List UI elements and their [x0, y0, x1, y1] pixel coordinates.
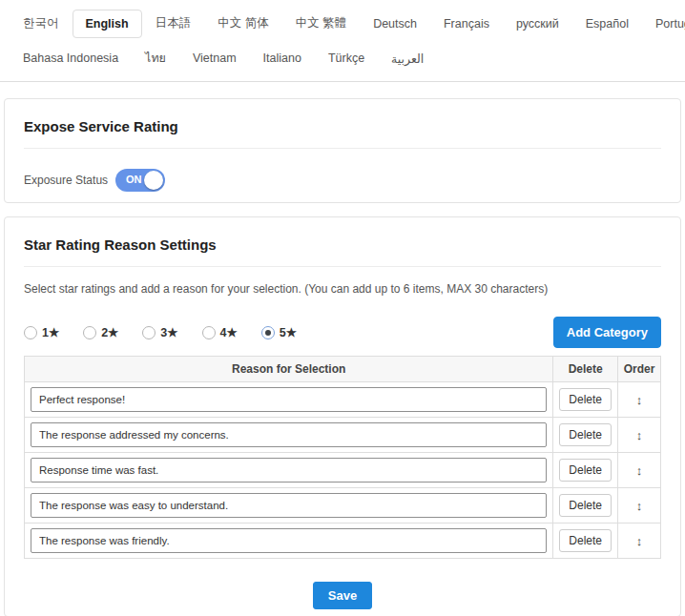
reorder-handle-icon[interactable]: ↕: [636, 499, 643, 513]
star-rating-option-3[interactable]: 3★: [142, 325, 177, 339]
delete-button-3[interactable]: Delete: [559, 459, 612, 482]
save-button[interactable]: Save: [313, 582, 372, 609]
exposure-status-label: Exposure Status: [24, 174, 108, 187]
expose-service-rating-card: Expose Service Rating Exposure Status ON: [4, 98, 681, 203]
tab-thai[interactable]: ไทย: [132, 41, 179, 75]
tab-german[interactable]: Deutsch: [360, 10, 430, 38]
radio-icon: [142, 326, 156, 339]
reason-input-2[interactable]: [31, 422, 547, 447]
toggle-knob: [144, 171, 163, 190]
language-tabbar: 한국어 English 日本語 中文 简体 中文 繁體 Deutsch Fran…: [0, 0, 685, 82]
reason-input-1[interactable]: [31, 387, 547, 412]
star-rating-option-5[interactable]: 5★: [261, 325, 297, 339]
radio-label: 5★: [280, 325, 297, 339]
radio-icon: [83, 326, 96, 339]
header-reason: Reason for Selection: [25, 357, 553, 382]
reorder-handle-icon[interactable]: ↕: [636, 393, 643, 407]
tab-indonesian[interactable]: Bahasa Indonesia: [10, 44, 132, 72]
reason-input-3[interactable]: [31, 458, 547, 483]
radio-icon: [202, 326, 216, 339]
star-rating-radio-group: 1★ 2★ 3★ 4★ 5★: [24, 325, 297, 339]
exposure-status-row: Exposure Status ON: [24, 169, 661, 192]
add-category-button[interactable]: Add Category: [553, 317, 661, 348]
radio-icon: [24, 326, 37, 339]
radio-icon-selected: [261, 326, 275, 339]
reorder-handle-icon[interactable]: ↕: [636, 428, 643, 442]
tab-chinese-traditional[interactable]: 中文 繁體: [282, 8, 360, 39]
reason-input-5[interactable]: [31, 528, 547, 553]
tab-japanese[interactable]: 日本語: [142, 8, 205, 39]
tab-korean[interactable]: 한국어: [10, 8, 73, 39]
star-rating-option-4[interactable]: 4★: [202, 325, 238, 339]
tab-english[interactable]: English: [73, 10, 142, 38]
tab-portuguese[interactable]: Português: [642, 10, 685, 38]
tab-russian[interactable]: русский: [503, 10, 572, 38]
delete-button-1[interactable]: Delete: [559, 388, 612, 411]
radio-label: 2★: [101, 325, 118, 339]
tab-vietnamese[interactable]: Vietnam: [179, 44, 250, 72]
reason-section-description: Select star ratings and add a reason for…: [24, 282, 661, 296]
radio-label: 1★: [42, 325, 59, 339]
toggle-on-label: ON: [126, 175, 142, 185]
expose-section-title: Expose Service Rating: [24, 114, 661, 149]
tab-arabic[interactable]: العربية: [378, 44, 437, 73]
radio-label: 4★: [220, 325, 238, 339]
tab-french[interactable]: Français: [430, 10, 503, 38]
reason-input-4[interactable]: [31, 493, 547, 518]
tab-italian[interactable]: Italiano: [250, 44, 315, 72]
header-order: Order: [618, 357, 661, 382]
table-row: Delete ↕: [25, 418, 661, 453]
star-rating-option-1[interactable]: 1★: [24, 325, 59, 339]
reason-table: Reason for Selection Delete Order Delete…: [24, 356, 661, 559]
reorder-handle-icon[interactable]: ↕: [636, 534, 643, 548]
delete-button-4[interactable]: Delete: [559, 494, 612, 517]
star-rating-reason-card: Star Rating Reason Settings Select star …: [4, 216, 681, 616]
tab-spanish[interactable]: Español: [572, 10, 642, 38]
table-row: Delete ↕: [25, 382, 661, 418]
table-row: Delete ↕: [25, 524, 661, 559]
star-rating-option-2[interactable]: 2★: [83, 325, 118, 339]
language-tabrow-1: 한국어 English 日本語 中文 简体 中文 繁體 Deutsch Fran…: [10, 8, 675, 39]
table-header-row: Reason for Selection Delete Order: [25, 357, 661, 382]
table-row: Delete ↕: [25, 453, 661, 488]
delete-button-2[interactable]: Delete: [559, 423, 612, 446]
tab-chinese-simplified[interactable]: 中文 简体: [204, 8, 281, 39]
language-tabrow-2: Bahasa Indonesia ไทย Vietnam Italiano Tü…: [10, 41, 675, 75]
radio-label: 3★: [160, 325, 177, 339]
rating-controls-row: 1★ 2★ 3★ 4★ 5★ Add Category: [24, 317, 661, 348]
reason-section-title: Star Rating Reason Settings: [24, 233, 661, 267]
save-row: Save: [24, 582, 661, 609]
exposure-status-toggle[interactable]: ON: [115, 169, 165, 192]
delete-button-5[interactable]: Delete: [559, 529, 612, 552]
header-delete: Delete: [553, 357, 618, 382]
tab-turkish[interactable]: Türkçe: [315, 44, 378, 72]
table-row: Delete ↕: [25, 488, 661, 524]
reorder-handle-icon[interactable]: ↕: [636, 463, 643, 478]
